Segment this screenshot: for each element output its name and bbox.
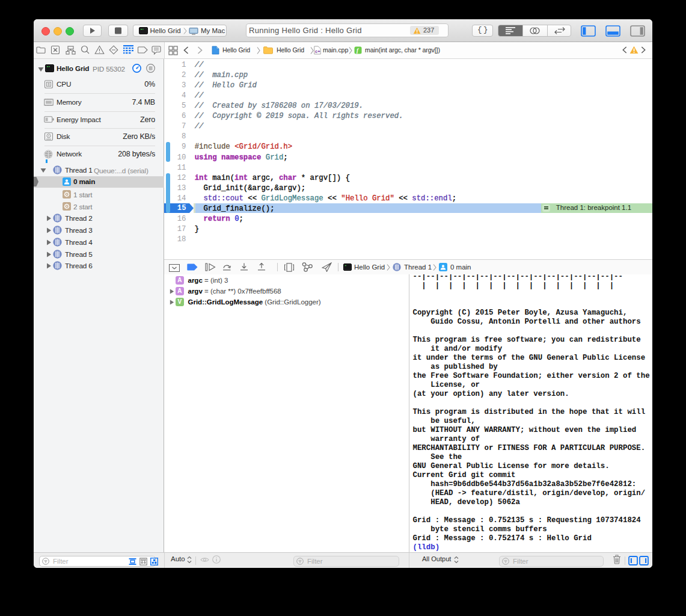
- svg-text:c+: c+: [315, 49, 320, 54]
